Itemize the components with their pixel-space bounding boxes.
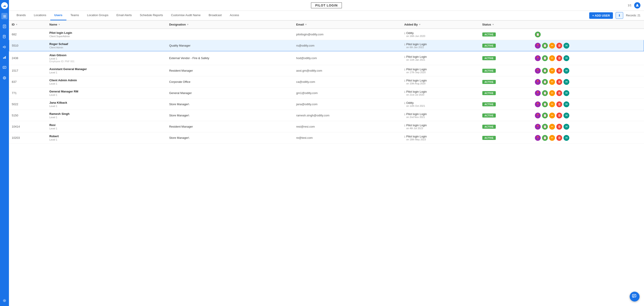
tab-schedule-reports[interactable]: Schedule Reports [136,11,167,20]
chat-button[interactable] [630,292,640,301]
table-row[interactable]: 2438Alan GibsonLevel 1Employee ID: PNF 0… [9,51,644,65]
col-designation[interactable]: Designation ▼ [166,21,294,29]
svg-rect-13 [3,66,6,69]
col-added-by[interactable]: Added By ▼ [402,21,480,29]
table-row[interactable]: 771General Manager RMLevel 1General Mana… [9,88,644,99]
location-pin-button[interactable]: 📍 [535,135,541,141]
delete-button[interactable]: 🗑 [556,68,562,74]
edit-button[interactable]: ✏ [549,135,555,141]
delete-button[interactable]: 🗑 [556,55,562,61]
tab-email-alerts[interactable]: Email Alerts [112,11,136,20]
copy-button[interactable]: 📋 [542,79,548,85]
cell-id: 5510 [9,40,47,51]
cell-added-by: ℹPilot login Loginon 18th May 2023 [402,132,480,143]
table-row[interactable]: 1517Assistant General ManagerLevel 1Resi… [9,65,644,76]
col-status[interactable]: Status ▼ [480,21,532,29]
edit-button[interactable]: ✏ [549,55,555,61]
target-icon[interactable] [1,75,8,81]
megaphone-icon[interactable] [1,44,8,50]
app-logo[interactable]: ☁ [1,2,8,9]
document-icon[interactable] [1,34,8,40]
col-id[interactable]: ID ▼ [9,21,47,29]
chart-icon[interactable] [1,54,8,61]
copy-button[interactable]: 📋 [542,43,548,49]
tab-broadcast[interactable]: Broadcast [204,11,226,20]
edit-button[interactable]: ✏ [549,90,555,96]
cell-id: 2438 [9,51,47,65]
location-pin-button[interactable]: 📍 [535,101,541,107]
tab-users[interactable]: Users [50,11,66,20]
edit-button[interactable]: ✏ [549,43,555,49]
message-icon[interactable] [1,65,8,71]
cell-added-by: ℹPilot login Loginon 4th Jul 2023 [402,121,480,132]
user-avatar[interactable] [634,2,640,9]
cell-id: 682 [9,29,47,40]
copy-button[interactable]: 📋 [542,101,548,107]
location-pin-button[interactable]: 📍 [535,90,541,96]
copy-button[interactable]: 📋 [542,135,548,141]
cell-added-by: ℹPilot login Loginon 21st Jul 2020 [402,88,480,99]
edit-button[interactable]: ✏ [549,101,555,107]
edit-button[interactable]: ✏ [549,79,555,85]
location-pin-button[interactable]: 📍 [535,43,541,49]
table-row[interactable]: 5510Roger SchaafClient AdminQuality Mana… [9,40,644,51]
edit-button[interactable]: ✏ [549,113,555,118]
email-button[interactable]: ✉ [564,68,569,74]
edit-button[interactable]: ✏ [549,68,555,74]
tab-teams[interactable]: Teams [66,11,83,20]
table-row[interactable]: 5150Ramesh SinghLevel 1Store Manager\ram… [9,110,644,121]
col-email[interactable]: Email ▼ [294,21,402,29]
cell-id: 837 [9,76,47,88]
tab-customise-audit-name[interactable]: Customise Audit Name [167,11,204,20]
email-button[interactable]: ✉ [564,79,569,85]
settings-icon[interactable] [1,297,8,304]
copy-button[interactable]: 📋 [535,32,541,37]
cell-added-by: ℹPilot login Loginon 10th Aug 2020 [402,76,480,88]
edit-button[interactable]: ✏ [549,124,555,130]
table-row[interactable]: 5022Jana KilbackLevel 1Store Manager\jan… [9,99,644,110]
copy-button[interactable]: 📋 [542,68,548,74]
download-button[interactable]: ⬇ [616,12,623,19]
cell-email: re@test.com [294,132,402,143]
copy-button[interactable]: 📋 [542,55,548,61]
email-button[interactable]: ✉ [564,90,569,96]
location-pin-button[interactable]: 📍 [535,79,541,85]
clipboard-icon[interactable] [1,23,8,30]
delete-button[interactable]: 🗑 [556,113,562,118]
email-button[interactable]: ✉ [564,43,569,49]
cell-added-by: ℹPilot login Loginon 17th Sep 2020 [402,65,480,76]
email-button[interactable]: ✉ [564,113,569,118]
cell-id: 10414 [9,121,47,132]
email-button[interactable]: ✉ [564,135,569,141]
delete-button[interactable]: 🗑 [556,101,562,107]
location-pin-button[interactable]: 📍 [535,113,541,118]
tab-locations[interactable]: Locations [30,11,50,20]
table-row[interactable]: 682Pilot login LoginClient SuperAdminpil… [9,29,644,40]
status-badge: ACTIVE [482,56,496,60]
location-pin-button[interactable]: 📍 [535,55,541,61]
col-name[interactable]: Name ▼ [47,21,166,29]
table-row[interactable]: 10203RobertLevel 1Store Manager\re@test.… [9,132,644,143]
grid-icon[interactable]: ⊞ [1,13,8,19]
delete-button[interactable]: 🗑 [556,43,562,49]
email-button[interactable]: ✉ [564,101,569,107]
location-pin-button[interactable]: 📍 [535,124,541,130]
location-pin-button[interactable]: 📍 [535,68,541,74]
delete-button[interactable]: 🗑 [556,124,562,130]
copy-button[interactable]: 📋 [542,124,548,130]
add-user-button[interactable]: + ADD USER [589,12,613,19]
delete-button[interactable]: 🗑 [556,90,562,96]
email-button[interactable]: ✉ [564,124,569,130]
tab-access[interactable]: Access [226,11,243,20]
cell-status: ACTIVE [480,76,532,88]
tab-location-groups[interactable]: Location Groups [83,11,112,20]
email-button[interactable]: ✉ [564,55,569,61]
table-row[interactable]: 837Client Admin AdminLevel 1Corporate Of… [9,76,644,88]
delete-button[interactable]: 🗑 [556,79,562,85]
copy-button[interactable]: 📋 [542,90,548,96]
table-row[interactable]: 10414ResiLevel 1Resident Managerresi@res… [9,121,644,132]
tab-brands[interactable]: Brands [12,11,30,20]
copy-button[interactable]: 📋 [542,113,548,118]
delete-button[interactable]: 🗑 [556,135,562,141]
status-badge: ACTIVE [482,33,496,37]
